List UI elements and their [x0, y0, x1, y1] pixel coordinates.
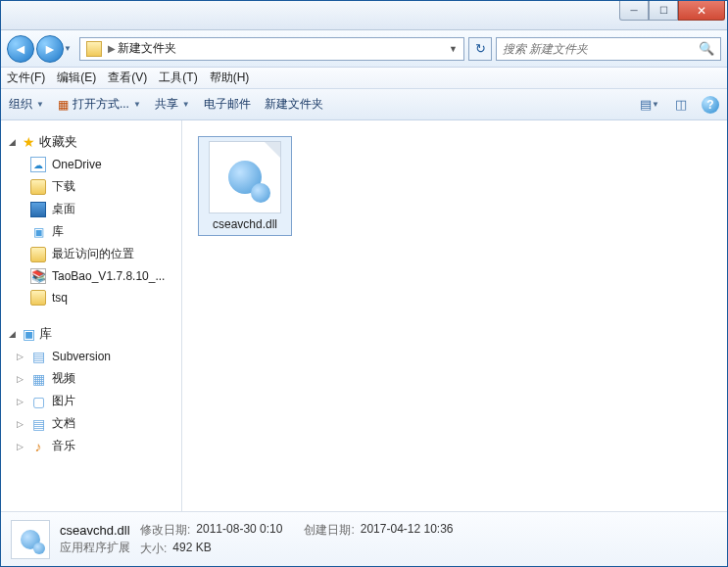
chevron-down-icon: ▼: [36, 100, 44, 109]
details-created-label: 创建日期:: [304, 522, 354, 539]
sidebar-libraries-group: ◢ ▣ 库 ▷▤Subversion ▷▦视频 ▷▢图片 ▷▤文档 ▷♪音乐: [1, 322, 181, 457]
details-modified-label: 修改日期:: [140, 522, 190, 539]
toolbar: 组织▼ ▦打开方式...▼ 共享▼ 电子邮件 新建文件夹 ▤▼ ◫ ?: [1, 89, 727, 120]
details-pane: cseavchd.dll 应用程序扩展 修改日期:2011-08-30 0:10…: [1, 511, 727, 566]
desktop-icon: [30, 202, 46, 217]
details-thumbnail: [11, 520, 50, 559]
details-size-label: 大小:: [140, 541, 167, 557]
details-name-block: cseavchd.dll 应用程序扩展: [60, 523, 130, 556]
navbar: ◄ ► ▼ ▶ 新建文件夹 ▼ ↻ 🔍: [1, 30, 727, 68]
content-area[interactable]: cseavchd.dll: [182, 120, 727, 511]
sidebar-item-music[interactable]: ▷♪音乐: [1, 435, 181, 457]
gear-icon: [251, 183, 270, 203]
expand-icon: ▷: [17, 374, 24, 384]
breadcrumb-current[interactable]: 新建文件夹: [118, 40, 176, 57]
collapse-icon: ◢: [9, 137, 19, 147]
sidebar-item-downloads[interactable]: 下载: [1, 175, 181, 198]
menu-file[interactable]: 文件(F): [7, 70, 45, 86]
toolbar-new-folder[interactable]: 新建文件夹: [265, 96, 323, 113]
onedrive-icon: ☁: [30, 157, 46, 172]
sidebar-libraries-header[interactable]: ◢ ▣ 库: [1, 322, 181, 346]
sidebar: ◢ ★ 收藏夹 ☁OneDrive 下载 桌面 ▣库 最近访问的位置 📚TaoB…: [1, 120, 182, 511]
maximize-button[interactable]: ☐: [649, 1, 678, 21]
search-icon[interactable]: 🔍: [699, 41, 714, 56]
chevron-down-icon: ▼: [133, 100, 141, 109]
sidebar-favorites-label: 收藏夹: [39, 133, 77, 151]
sidebar-item-libraries[interactable]: ▣库: [1, 220, 181, 243]
page-fold-icon: [265, 142, 280, 158]
expand-icon: ▷: [17, 419, 24, 429]
menu-help[interactable]: 帮助(H): [210, 70, 250, 86]
details-filename: cseavchd.dll: [60, 523, 130, 538]
sidebar-item-tsq[interactable]: tsq: [1, 287, 181, 308]
library-icon: ▤: [30, 349, 46, 364]
collapse-icon: ◢: [9, 329, 19, 339]
libraries-icon: ▣: [23, 326, 35, 342]
folder-icon: [30, 290, 46, 306]
music-icon: ♪: [30, 439, 46, 454]
back-button[interactable]: ◄: [7, 35, 34, 63]
expand-icon: ▷: [17, 352, 24, 361]
body: ◢ ★ 收藏夹 ☁OneDrive 下载 桌面 ▣库 最近访问的位置 📚TaoB…: [1, 120, 727, 511]
menu-tools[interactable]: 工具(T): [159, 70, 197, 86]
video-icon: ▦: [30, 371, 46, 387]
menubar: 文件(F) 编辑(E) 查看(V) 工具(T) 帮助(H): [1, 68, 727, 89]
nav-history-dropdown[interactable]: ▼: [64, 44, 75, 53]
breadcrumb-separator-icon: ▶: [108, 43, 116, 54]
search-input[interactable]: [503, 42, 699, 56]
sidebar-favorites-group: ◢ ★ 收藏夹 ☁OneDrive 下载 桌面 ▣库 最近访问的位置 📚TaoB…: [1, 130, 181, 308]
sidebar-item-videos[interactable]: ▷▦视频: [1, 367, 181, 390]
toolbar-email[interactable]: 电子邮件: [204, 96, 251, 113]
file-label: cseavchd.dll: [213, 217, 277, 231]
sidebar-item-subversion[interactable]: ▷▤Subversion: [1, 346, 181, 367]
details-filetype: 应用程序扩展: [60, 540, 130, 556]
sidebar-item-recent[interactable]: 最近访问的位置: [1, 243, 181, 265]
sidebar-item-desktop[interactable]: 桌面: [1, 198, 181, 220]
address-dropdown-icon[interactable]: ▼: [445, 44, 461, 54]
details-created-value: 2017-04-12 10:36: [361, 522, 454, 539]
sidebar-item-onedrive[interactable]: ☁OneDrive: [1, 154, 181, 175]
minimize-button[interactable]: ─: [619, 1, 649, 21]
folder-icon: [86, 41, 102, 57]
window-controls: ─ ☐ ✕: [619, 1, 725, 21]
toolbar-organize[interactable]: 组织▼: [9, 96, 44, 113]
sidebar-item-taobao[interactable]: 📚TaoBao_V1.7.8.10_...: [1, 265, 181, 287]
star-icon: ★: [23, 134, 35, 150]
toolbar-right: ▤▼ ◫ ?: [639, 95, 719, 115]
file-thumbnail: [209, 141, 281, 213]
preview-pane-button[interactable]: ◫: [670, 95, 692, 115]
recent-icon: [30, 247, 46, 262]
pictures-icon: ▢: [30, 394, 46, 409]
folder-icon: [30, 179, 46, 195]
details-size-value: 492 KB: [172, 541, 211, 557]
explorer-window: ─ ☐ ✕ ◄ ► ▼ ▶ 新建文件夹 ▼ ↻ 🔍 文件(F) 编辑(E) 查看…: [0, 0, 728, 567]
sidebar-libraries-label: 库: [39, 325, 52, 343]
gear-icon: [33, 543, 45, 554]
details-modified-value: 2011-08-30 0:10: [196, 522, 282, 539]
menu-view[interactable]: 查看(V): [108, 70, 147, 86]
refresh-button[interactable]: ↻: [468, 37, 492, 61]
address-bar[interactable]: ▶ 新建文件夹 ▼: [79, 37, 464, 61]
archive-icon: 📚: [30, 268, 46, 284]
forward-button[interactable]: ►: [36, 35, 64, 63]
sidebar-favorites-header[interactable]: ◢ ★ 收藏夹: [1, 130, 181, 154]
toolbar-share[interactable]: 共享▼: [155, 96, 190, 113]
view-mode-button[interactable]: ▤▼: [639, 95, 660, 115]
expand-icon: ▷: [17, 397, 24, 406]
libraries-icon: ▣: [30, 224, 46, 240]
nav-arrows: ◄ ► ▼: [7, 35, 75, 63]
documents-icon: ▤: [30, 416, 46, 432]
menu-edit[interactable]: 编辑(E): [57, 70, 96, 86]
toolbar-open-with[interactable]: ▦打开方式...▼: [58, 96, 141, 113]
sidebar-item-documents[interactable]: ▷▤文档: [1, 412, 181, 435]
titlebar: ─ ☐ ✕: [1, 1, 727, 30]
file-item-selected[interactable]: cseavchd.dll: [198, 136, 292, 236]
details-columns: 修改日期:2011-08-30 0:10 大小:492 KB 创建日期:2017…: [140, 522, 454, 557]
sidebar-item-pictures[interactable]: ▷▢图片: [1, 390, 181, 412]
expand-icon: ▷: [17, 442, 24, 451]
chevron-down-icon: ▼: [182, 100, 190, 109]
close-button[interactable]: ✕: [678, 1, 725, 21]
help-icon[interactable]: ?: [702, 96, 719, 114]
search-box[interactable]: 🔍: [496, 37, 721, 61]
